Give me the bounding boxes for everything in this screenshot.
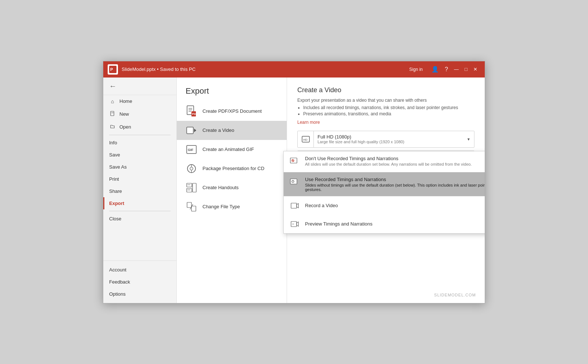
- export-option-changetype[interactable]: Change File Type: [177, 197, 287, 216]
- quality-dropdown-content: Full HD (1080p) Large file size and full…: [314, 132, 463, 146]
- back-icon: ←: [109, 82, 116, 90]
- sidebar-item-feedback-label: Feedback: [109, 279, 130, 285]
- svg-rect-33: [290, 179, 297, 184]
- video-panel-bullets: Includes all recorded timings, narration…: [303, 105, 474, 116]
- export-options-panel: Export PDF Create PDF/XPS Document: [177, 78, 287, 303]
- video-bullet-2: Preserves animations, transitions, and m…: [303, 111, 474, 116]
- sidebar-item-info[interactable]: Info: [103, 137, 176, 149]
- app-logo: P: [108, 64, 118, 75]
- quality-sub-text: Large file size and full high quality (1…: [318, 140, 459, 144]
- sidebar-item-account[interactable]: Account: [103, 264, 176, 276]
- handouts-icon: [186, 182, 197, 194]
- dont-use-desc: All slides will use the default duration…: [305, 162, 472, 166]
- sidebar-item-save[interactable]: Save: [103, 149, 176, 161]
- package-icon: [186, 163, 197, 174]
- sidebar-divider-2: [109, 211, 171, 211]
- svg-text:PDF: PDF: [192, 113, 197, 115]
- gif-icon: GIF: [186, 144, 197, 155]
- sidebar-item-open[interactable]: Open: [103, 120, 176, 133]
- sidebar-nav: ⌂ Home New: [103, 95, 176, 260]
- export-option-changetype-label: Change File Type: [202, 204, 240, 209]
- sidebar-item-share[interactable]: Share: [103, 185, 176, 197]
- sidebar-item-save-as-label: Save As: [109, 164, 127, 170]
- maximize-button[interactable]: □: [462, 65, 470, 73]
- sidebar-item-new-label: New: [119, 111, 129, 117]
- svg-rect-10: [187, 127, 193, 134]
- quality-dropdown-icon: HD: [298, 131, 314, 147]
- use-recorded-desc: Slides without timings will use the defa…: [305, 183, 485, 192]
- sidebar-item-share-label: Share: [109, 188, 122, 194]
- sidebar-item-new[interactable]: New: [103, 108, 176, 120]
- sidebar-item-print[interactable]: Print: [103, 173, 176, 185]
- quality-dropdown[interactable]: HD Full HD (1080p) Large file size and f…: [297, 131, 474, 148]
- export-title: Export: [177, 86, 287, 102]
- dont-use-icon: [289, 156, 301, 167]
- export-option-handouts-label: Create Handouts: [202, 185, 239, 190]
- svg-rect-30: [290, 158, 297, 163]
- export-option-gif-label: Create an Animated GIF: [202, 147, 254, 152]
- sidebar-item-account-label: Account: [109, 267, 126, 273]
- back-button[interactable]: ←: [109, 82, 116, 90]
- video-bullet-1: Includes all recorded timings, narration…: [303, 105, 474, 110]
- svg-text:HD: HD: [303, 138, 308, 141]
- close-button[interactable]: ✕: [470, 65, 480, 73]
- export-option-package-label: Package Presentation for CD: [202, 166, 264, 171]
- help-button[interactable]: ?: [442, 65, 451, 74]
- timing-dropdown-overlay: Don't Use Recorded Timings and Narration…: [283, 151, 485, 234]
- sidebar-item-save-label: Save: [109, 152, 120, 158]
- new-icon: [109, 111, 116, 117]
- sidebar-divider-1: [109, 135, 171, 135]
- record-video-option[interactable]: Record a Video: [284, 197, 485, 215]
- preview-timings-icon: [289, 218, 301, 230]
- export-option-video-label: Create a Video: [202, 127, 234, 133]
- sidebar-item-info-label: Info: [109, 140, 117, 145]
- export-option-handouts[interactable]: Create Handouts: [177, 178, 287, 197]
- export-option-video[interactable]: Create a Video: [177, 121, 287, 140]
- learn-more-link[interactable]: Learn more: [297, 120, 320, 125]
- sidebar-item-close[interactable]: Close: [103, 213, 176, 225]
- export-option-pdf[interactable]: PDF Create PDF/XPS Document: [177, 102, 287, 121]
- minimize-button[interactable]: —: [451, 65, 462, 73]
- sidebar-item-print-label: Print: [109, 176, 119, 182]
- svg-marker-11: [194, 129, 196, 132]
- sign-in-button[interactable]: Sign in: [409, 67, 423, 72]
- svg-rect-20: [193, 183, 196, 192]
- sidebar-item-home-label: Home: [119, 98, 132, 104]
- watermark: SLIDEMODEL.COM: [434, 293, 476, 297]
- sidebar-item-export-label: Export: [109, 201, 124, 206]
- quality-dropdown-arrow: ▾: [463, 137, 474, 142]
- svg-text:GIF: GIF: [188, 148, 194, 152]
- svg-rect-24: [191, 206, 196, 211]
- sidebar-item-feedback[interactable]: Feedback: [103, 276, 176, 288]
- sidebar-item-save-as[interactable]: Save As: [103, 161, 176, 173]
- export-option-gif[interactable]: GIF Create an Animated GIF: [177, 140, 287, 159]
- changetype-icon: [186, 201, 197, 213]
- sidebar-item-export[interactable]: Export: [103, 197, 176, 209]
- svg-rect-36: [291, 203, 297, 208]
- svg-marker-39: [297, 222, 298, 226]
- svg-rect-2: [111, 111, 114, 116]
- open-icon: [109, 124, 116, 130]
- preview-timings-option[interactable]: Preview Timings and Narrations: [284, 215, 485, 233]
- sidebar-back-area: ←: [103, 78, 176, 95]
- use-recorded-content: Use Recorded Timings and Narrations Slid…: [305, 177, 485, 192]
- user-icon[interactable]: 👤: [429, 64, 442, 74]
- video-panel-title: Create a Video: [297, 86, 474, 94]
- home-icon: ⌂: [109, 98, 116, 104]
- export-option-package[interactable]: Package Presentation for CD: [177, 159, 287, 178]
- preview-timings-label: Preview Timings and Narrations: [305, 221, 373, 227]
- svg-rect-19: [187, 188, 192, 192]
- video-panel-desc: Export your presentation as a video that…: [297, 98, 474, 103]
- pdf-icon: PDF: [186, 105, 197, 117]
- use-recorded-icon: [289, 177, 301, 188]
- sidebar-item-options[interactable]: Options: [103, 288, 176, 300]
- dont-use-title: Don't Use Recorded Timings and Narration…: [305, 156, 472, 161]
- use-recorded-option[interactable]: Use Recorded Timings and Narrations Slid…: [284, 172, 485, 197]
- titlebar: P SlideModel.pptx • Saved to this PC Sig…: [103, 61, 485, 78]
- dont-use-option[interactable]: Don't Use Recorded Timings and Narration…: [284, 151, 485, 172]
- svg-text:P: P: [110, 67, 113, 72]
- sidebar-item-close-label: Close: [109, 216, 121, 221]
- sidebar-bottom: Account Feedback Options: [103, 260, 176, 303]
- sidebar-item-home[interactable]: ⌂ Home: [103, 95, 176, 108]
- dont-use-content: Don't Use Recorded Timings and Narration…: [305, 156, 472, 166]
